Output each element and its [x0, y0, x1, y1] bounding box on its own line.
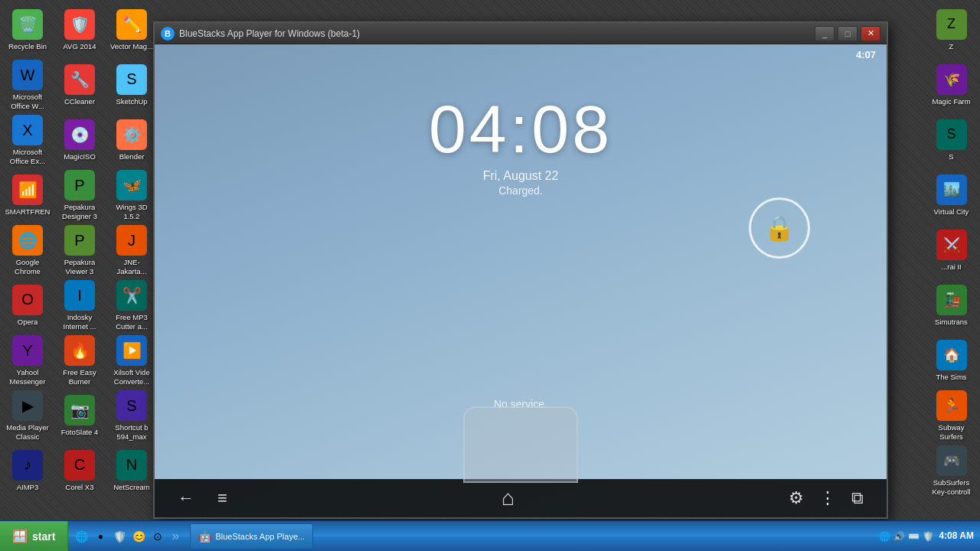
icon-label: Corel X3 — [66, 483, 94, 491]
android-charge-status: Charged. — [498, 184, 543, 197]
icon-img: O — [12, 285, 43, 315]
icon-img: 📶 — [12, 174, 43, 205]
taskbar-icon-3[interactable]: 🛡️ — [111, 528, 128, 545]
desktop: 🗑️ Recycle Bin 🛡️ AVG 2014 ✏️ Vector Mag… — [0, 0, 980, 520]
window-controls: _ □ ✕ — [815, 26, 880, 41]
multiwindow-button[interactable]: ⧉ — [851, 488, 864, 508]
desktop-icon-left-9[interactable]: 📶 SMARTFREN — [3, 168, 52, 222]
taskbar-separator: » — [172, 528, 179, 544]
desktop-icon-left-22[interactable]: 📷 FotoSlate 4 — [55, 389, 104, 442]
desktop-icon-left-17[interactable]: ✂️ Free MP3 Cutter a... — [107, 279, 156, 332]
icon-label: Opera — [18, 318, 38, 326]
icon-img: ♪ — [12, 450, 43, 481]
icon-label: The Sims — [936, 373, 966, 381]
desktop-icon-left-23[interactable]: S Shortcut b 594_max — [107, 389, 156, 442]
icon-img: P — [64, 170, 95, 201]
icon-label: SMARTFREN — [5, 207, 51, 216]
lock-circle[interactable]: 🔒 — [749, 197, 810, 259]
android-nav-bar: ← ≡ ⌂ ⚙ ⋮ ⧉ — [155, 479, 887, 517]
menu-button[interactable]: ≡ — [217, 488, 227, 508]
desktop-icon-right-7[interactable]: 🏃 Subway Surfers — [925, 389, 978, 442]
back-button[interactable]: ← — [178, 488, 194, 508]
desktop-icon-right-5[interactable]: 🚂 Simutrans — [925, 279, 978, 332]
desktop-icon-right-0[interactable]: Z Z — [925, 3, 978, 57]
icon-img: S — [116, 64, 147, 95]
desktop-icon-left-19[interactable]: 🔥 Free Easy Burner — [55, 334, 104, 387]
desktop-icon-left-8[interactable]: ⚙️ Blender — [107, 113, 156, 167]
device-shape — [463, 406, 578, 483]
desktop-icon-right-6[interactable]: 🏠 The Sims — [925, 334, 978, 387]
icon-label: Z — [949, 42, 954, 51]
tray-icon-2: 🔊 — [893, 531, 905, 542]
android-screen[interactable]: 4:07 04:08 Fri, August 22 Charged. 🔒 No … — [155, 44, 887, 517]
settings-nav-button[interactable]: ⚙ — [789, 488, 804, 508]
desktop-icon-right-2[interactable]: S S — [925, 113, 978, 167]
sidebar-right: Z Z 🌾 Magic Farm S S 🏙️ Virtual City ⚔️ … — [923, 0, 980, 520]
icon-label: Recycle Bin — [8, 42, 47, 51]
taskbar-ie-icon[interactable]: 🌐 — [73, 528, 90, 545]
icon-img: S — [936, 119, 967, 150]
desktop-icon-right-4[interactable]: ⚔️ ...rai II — [925, 223, 978, 277]
taskbar-icon-5[interactable]: ⊙ — [149, 528, 166, 545]
home-button[interactable]: ⌂ — [501, 486, 514, 510]
tray-icon-3: ⌨️ — [908, 531, 920, 542]
android-date: Fri, August 22 — [483, 169, 559, 183]
desktop-icon-right-1[interactable]: 🌾 Magic Farm — [925, 58, 978, 112]
desktop-icon-left-20[interactable]: ▶️ Xilsoft Vide Converte... — [107, 334, 156, 387]
icon-img: 🌾 — [936, 64, 967, 95]
desktop-icon-left-4[interactable]: 🔧 CCleaner — [55, 58, 104, 112]
desktop-icon-left-21[interactable]: ▶ Media Player Classic — [3, 389, 52, 442]
desktop-icon-left-24[interactable]: ♪ AIMP3 — [3, 444, 52, 497]
taskbar-icon-4[interactable]: 😊 — [130, 528, 147, 545]
desktop-icon-left-13[interactable]: P Pepakura Viewer 3 — [55, 223, 104, 277]
desktop-icon-left-2[interactable]: ✏️ Vector Mag... — [107, 3, 156, 57]
maximize-button[interactable]: □ — [838, 26, 858, 41]
icon-img: 🏙️ — [936, 174, 967, 205]
desktop-icon-left-14[interactable]: J JNE-Jakarta... — [107, 223, 156, 277]
icon-label: S — [949, 152, 953, 161]
icon-img: ✂️ — [116, 280, 147, 311]
icon-img: I — [64, 280, 95, 311]
nav-left: ← ≡ — [178, 488, 227, 508]
desktop-icon-left-7[interactable]: 💿 MagicISO — [55, 113, 104, 167]
taskbar-chrome-icon[interactable]: ● — [92, 528, 109, 545]
lock-icon: 🔒 — [764, 214, 795, 243]
system-tray: 🌐 🔊 ⌨️ 🛡️ — [879, 531, 934, 542]
icon-label: Microsoft Office Ex... — [5, 148, 51, 165]
icon-label: AVG 2014 — [63, 42, 96, 51]
taskbar-apps: 🤖 BlueStacks App Playe... — [187, 523, 873, 549]
icon-img: ⚔️ — [936, 230, 967, 260]
desktop-icon-right-3[interactable]: 🏙️ Virtual City — [925, 168, 978, 222]
close-button[interactable]: ✕ — [861, 26, 880, 41]
icon-label: Vector Mag... — [110, 42, 153, 51]
icon-label: Blender — [119, 152, 145, 161]
desktop-icon-right-8[interactable]: 🎮 SubSurfers Key-controll — [925, 444, 978, 497]
minimize-button[interactable]: _ — [815, 26, 835, 41]
icon-label: Free MP3 Cutter a... — [109, 313, 155, 331]
desktop-icon-left-6[interactable]: X Microsoft Office Ex... — [3, 113, 52, 167]
desktop-icon-left-11[interactable]: 🦋 Wings 3D 1.5.2 — [107, 168, 156, 222]
desktop-icon-left-25[interactable]: C Corel X3 — [55, 444, 104, 497]
desktop-icon-left-15[interactable]: O Opera — [3, 279, 52, 332]
desktop-icon-left-18[interactable]: Y Yahool Messenger — [3, 334, 52, 387]
nav-right: ⚙ ⋮ ⧉ — [789, 488, 864, 508]
icon-label: Pepakura Designer 3 — [57, 203, 103, 220]
desktop-icon-left-10[interactable]: P Pepakura Designer 3 — [55, 168, 104, 222]
desktop-icon-left-16[interactable]: I Indosky Internet ... — [55, 279, 104, 332]
start-button[interactable]: 🪟 start — [0, 521, 68, 552]
icon-label: Wings 3D 1.5.2 — [109, 203, 155, 220]
device-silhouette — [463, 406, 578, 483]
desktop-icon-left-5[interactable]: S SketchUp — [107, 58, 156, 112]
icon-img: ▶ — [12, 390, 43, 421]
icon-label: Media Player Classic — [5, 423, 51, 441]
share-button[interactable]: ⋮ — [819, 488, 836, 508]
icon-img: Z — [936, 9, 967, 40]
android-clock: 04:08 — [429, 96, 612, 163]
desktop-icon-left-1[interactable]: 🛡️ AVG 2014 — [55, 3, 104, 57]
desktop-icon-left-26[interactable]: N NetScream — [107, 444, 156, 497]
desktop-icon-left-12[interactable]: 🌐 Google Chrome — [3, 223, 52, 277]
icon-img: 🔧 — [64, 64, 95, 95]
desktop-icon-left-0[interactable]: 🗑️ Recycle Bin — [3, 3, 52, 57]
taskbar-bluestacks-app[interactable]: 🤖 BlueStacks App Playe... — [190, 523, 313, 549]
desktop-icon-left-3[interactable]: W Microsoft Office W... — [3, 58, 52, 112]
